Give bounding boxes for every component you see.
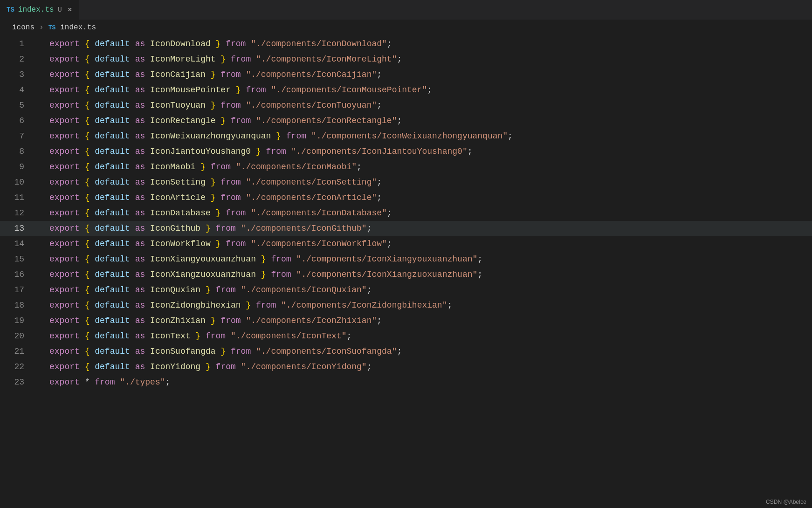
code-line[interactable]: 11export { default as IconArticle } from… — [0, 190, 812, 206]
code-content[interactable]: export { default as IconGithub } from ".… — [38, 221, 372, 236]
tab-git-status: U — [58, 6, 62, 14]
code-line[interactable]: 4export { default as IconMousePointer } … — [0, 82, 812, 98]
line-number: 14 — [0, 236, 38, 252]
line-number: 2 — [0, 52, 38, 67]
code-content[interactable]: export { default as IconWeixuanzhongyuan… — [38, 129, 513, 144]
code-content[interactable]: export { default as IconDownload } from … — [38, 36, 392, 52]
close-icon[interactable]: × — [66, 6, 72, 14]
code-content[interactable]: export { default as IconArticle } from "… — [38, 190, 382, 206]
code-content[interactable]: export { default as IconMousePointer } f… — [38, 82, 432, 98]
tab-bar: TS index.ts U × — [0, 0, 812, 20]
code-line[interactable]: 7export { default as IconWeixuanzhongyua… — [0, 129, 812, 144]
code-line[interactable]: 17export { default as IconQuxian } from … — [0, 282, 812, 298]
line-number: 6 — [0, 113, 38, 129]
line-number: 12 — [0, 206, 38, 221]
line-number: 19 — [0, 313, 38, 329]
line-number: 8 — [0, 144, 38, 159]
code-content[interactable]: export * from "./types"; — [38, 375, 170, 390]
code-content[interactable]: export { default as IconMoreLight } from… — [38, 52, 402, 67]
chevron-right-icon: › — [37, 23, 46, 32]
code-line[interactable]: 20export { default as IconText } from ".… — [0, 329, 812, 344]
line-number: 13 — [0, 221, 38, 236]
code-content[interactable]: export { default as IconJiantouYoushang0… — [38, 144, 473, 159]
line-number: 21 — [0, 344, 38, 359]
line-number: 11 — [0, 190, 38, 206]
code-line[interactable]: 6export { default as IconRectangle } fro… — [0, 113, 812, 129]
code-line[interactable]: 13export { default as IconGithub } from … — [0, 221, 812, 236]
code-line[interactable]: 18export { default as IconZidongbihexian… — [0, 298, 812, 313]
code-line[interactable]: 14export { default as IconWorkflow } fro… — [0, 236, 812, 252]
typescript-icon: TS — [48, 24, 56, 31]
code-line[interactable]: 2export { default as IconMoreLight } fro… — [0, 52, 812, 67]
line-number: 4 — [0, 82, 38, 98]
line-number: 5 — [0, 98, 38, 113]
code-content[interactable]: export { default as IconQuxian } from ".… — [38, 282, 372, 298]
code-content[interactable]: export { default as IconCaijian } from "… — [38, 67, 382, 82]
code-line[interactable]: 8export { default as IconJiantouYoushang… — [0, 144, 812, 159]
code-line[interactable]: 9export { default as IconMaobi } from ".… — [0, 159, 812, 175]
code-content[interactable]: export { default as IconZhixian } from "… — [38, 313, 382, 329]
code-line[interactable]: 3export { default as IconCaijian } from … — [0, 67, 812, 82]
line-number: 16 — [0, 267, 38, 282]
breadcrumb[interactable]: icons › TS index.ts — [0, 20, 812, 36]
line-number: 9 — [0, 159, 38, 175]
code-content[interactable]: export { default as IconTuoyuan } from "… — [38, 98, 382, 113]
code-content[interactable]: export { default as IconYidong } from ".… — [38, 359, 372, 375]
code-line[interactable]: 21export { default as IconSuofangda } fr… — [0, 344, 812, 359]
line-number: 20 — [0, 329, 38, 344]
code-line[interactable]: 12export { default as IconDatabase } fro… — [0, 206, 812, 221]
code-line[interactable]: 22export { default as IconYidong } from … — [0, 359, 812, 375]
typescript-icon: TS — [7, 6, 14, 14]
line-number: 7 — [0, 129, 38, 144]
line-number: 3 — [0, 67, 38, 82]
code-content[interactable]: export { default as IconZidongbihexian }… — [38, 298, 452, 313]
line-number: 1 — [0, 36, 38, 52]
code-line[interactable]: 16export { default as IconXiangzuoxuanzh… — [0, 267, 812, 282]
code-content[interactable]: export { default as IconRectangle } from… — [38, 113, 402, 129]
code-content[interactable]: export { default as IconSetting } from "… — [38, 175, 382, 190]
breadcrumb-folder[interactable]: icons — [12, 23, 34, 32]
code-content[interactable]: export { default as IconDatabase } from … — [38, 206, 392, 221]
code-line[interactable]: 10export { default as IconSetting } from… — [0, 175, 812, 190]
line-number: 10 — [0, 175, 38, 190]
line-number: 15 — [0, 252, 38, 267]
code-content[interactable]: export { default as IconSuofangda } from… — [38, 344, 402, 359]
code-line[interactable]: 19export { default as IconZhixian } from… — [0, 313, 812, 329]
code-content[interactable]: export { default as IconWorkflow } from … — [38, 236, 392, 252]
line-number: 23 — [0, 375, 38, 390]
code-content[interactable]: export { default as IconMaobi } from "./… — [38, 159, 362, 175]
code-editor[interactable]: 1export { default as IconDownload } from… — [0, 36, 812, 409]
tab-filename: index.ts — [18, 6, 54, 14]
breadcrumb-file[interactable]: index.ts — [60, 23, 96, 32]
code-content[interactable]: export { default as IconText } from "./c… — [38, 329, 351, 344]
code-line[interactable]: 23export * from "./types"; — [0, 375, 812, 390]
code-line[interactable]: 1export { default as IconDownload } from… — [0, 36, 812, 52]
code-content[interactable]: export { default as IconXiangyouxuanzhua… — [38, 252, 482, 267]
line-number: 18 — [0, 298, 38, 313]
line-number: 17 — [0, 282, 38, 298]
code-line[interactable]: 5export { default as IconTuoyuan } from … — [0, 98, 812, 113]
editor-tab-active[interactable]: TS index.ts U × — [0, 0, 79, 20]
line-number: 22 — [0, 359, 38, 375]
code-line[interactable]: 15export { default as IconXiangyouxuanzh… — [0, 252, 812, 267]
code-content[interactable]: export { default as IconXiangzuoxuanzhua… — [38, 267, 482, 282]
